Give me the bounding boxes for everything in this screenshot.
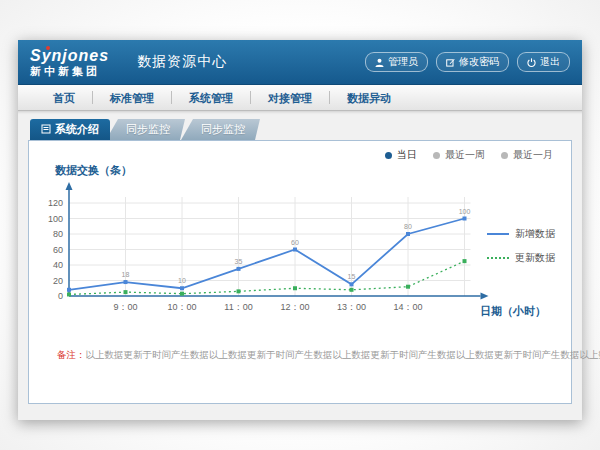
chart-panel: 当日 最近一周 最近一月 数据交换（条） 0204060801001209：00… — [28, 140, 572, 404]
filter-last-week[interactable]: 最近一周 — [433, 148, 485, 162]
page-title: 数据资源中心 — [137, 53, 227, 71]
nav-item-standard-mgmt[interactable]: 标准管理 — [93, 85, 171, 111]
user-icon — [375, 58, 384, 67]
svg-text:80: 80 — [53, 229, 63, 239]
nav-item-system-mgmt[interactable]: 系统管理 — [172, 85, 250, 111]
main-nav: 首页 标准管理 系统管理 对接管理 数据异动 — [18, 85, 582, 111]
tab-sync-monitor-2[interactable]: 同步监控 — [181, 119, 260, 140]
filter-last-month[interactable]: 最近一月 — [501, 148, 553, 162]
brand-logo: Synjones 新中新集团 — [30, 48, 123, 77]
document-icon — [41, 124, 51, 136]
svg-text:14：00: 14：00 — [393, 302, 422, 312]
power-icon — [527, 58, 536, 67]
tab-sync-monitor-1[interactable]: 同步监控 — [106, 119, 185, 140]
radio-dot-icon — [433, 152, 440, 159]
footnote-text: 以上数据更新于时间产生数据以上数据更新于时间产生数据以上数据更新于时间产生数据以… — [86, 349, 600, 360]
footnote: 备注：以上数据更新于时间产生数据以上数据更新于时间产生数据以上数据更新于时间产生… — [57, 349, 600, 362]
radio-dot-icon — [501, 152, 508, 159]
nav-item-interface-mgmt[interactable]: 对接管理 — [251, 85, 329, 111]
line-chart-svg: 0204060801001209：0010：0011：0012：0013：001… — [29, 177, 499, 327]
app-window: Synjones 新中新集团 数据资源中心 管理员 修改密码 退出 — [18, 40, 582, 420]
svg-text:10: 10 — [178, 277, 186, 284]
legend-item-update-data[interactable]: 更新数据 — [487, 251, 555, 265]
svg-text:10：00: 10：00 — [167, 302, 196, 312]
svg-text:120: 120 — [48, 198, 63, 208]
svg-text:60: 60 — [53, 245, 63, 255]
legend-item-new-data[interactable]: 新增数据 — [487, 227, 555, 241]
content-area: 系统介绍 同步监控 同步监控 当日 最近一周 — [18, 111, 582, 420]
logout-button[interactable]: 退出 — [517, 52, 570, 72]
svg-text:40: 40 — [53, 260, 63, 270]
dashed-line-icon — [487, 257, 509, 259]
svg-text:35: 35 — [235, 258, 243, 265]
svg-text:0: 0 — [58, 291, 63, 301]
time-range-filter: 当日 最近一周 最近一月 — [385, 148, 553, 162]
app-header: Synjones 新中新集团 数据资源中心 管理员 修改密码 退出 — [18, 40, 582, 85]
admin-user-button[interactable]: 管理员 — [365, 52, 428, 72]
filter-today[interactable]: 当日 — [385, 148, 417, 162]
svg-text:13：00: 13：00 — [337, 302, 366, 312]
nav-item-data-change[interactable]: 数据异动 — [330, 85, 408, 111]
y-axis-title: 数据交换（条） — [55, 163, 132, 178]
change-password-button[interactable]: 修改密码 — [436, 52, 509, 72]
header-actions: 管理员 修改密码 退出 — [365, 52, 570, 72]
solid-line-icon — [487, 233, 509, 235]
svg-text:12：00: 12：00 — [280, 302, 309, 312]
svg-text:18: 18 — [122, 271, 130, 278]
svg-text:100: 100 — [459, 208, 471, 215]
tab-system-intro[interactable]: 系统介绍 — [30, 119, 110, 140]
svg-text:100: 100 — [48, 214, 63, 224]
logo-text-en: Synjones — [30, 48, 109, 64]
edit-icon — [446, 58, 455, 67]
nav-item-home[interactable]: 首页 — [36, 85, 92, 111]
svg-text:15: 15 — [348, 273, 356, 280]
logo-spark-icon — [46, 46, 50, 50]
x-axis-title: 日期（小时） — [480, 304, 546, 319]
footnote-label: 备注： — [57, 349, 86, 360]
svg-text:80: 80 — [404, 223, 412, 230]
svg-text:11：00: 11：00 — [224, 302, 252, 312]
tab-bar: 系统介绍 同步监控 同步监控 — [30, 119, 582, 140]
svg-text:20: 20 — [53, 276, 63, 286]
radio-dot-icon — [385, 152, 392, 159]
svg-text:9：00: 9：00 — [113, 302, 137, 312]
logo-text-cn: 新中新集团 — [30, 66, 109, 77]
svg-text:60: 60 — [291, 239, 299, 246]
series-legend: 新增数据 更新数据 — [487, 227, 555, 265]
